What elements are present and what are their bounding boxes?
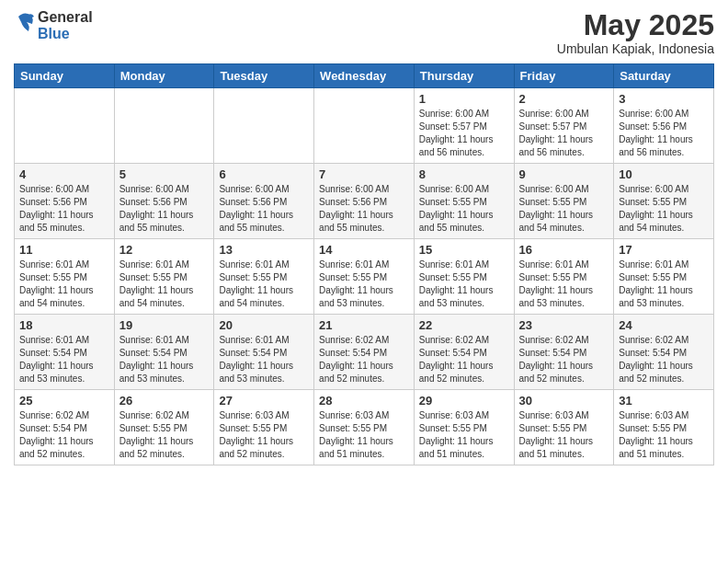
calendar-cell: 7Sunrise: 6:00 AM Sunset: 5:56 PM Daylig… xyxy=(314,164,415,239)
day-number: 2 xyxy=(519,92,609,106)
weekday-tuesday: Tuesday xyxy=(214,64,314,88)
day-number: 18 xyxy=(19,318,109,332)
page-header: General Blue May 2025 Umbulan Kapiak, In… xyxy=(14,9,714,56)
day-number: 22 xyxy=(419,318,509,332)
day-info: Sunrise: 6:00 AM Sunset: 5:57 PM Dayligh… xyxy=(419,108,509,159)
day-info: Sunrise: 6:01 AM Sunset: 5:55 PM Dayligh… xyxy=(319,259,409,310)
weekday-monday: Monday xyxy=(114,64,214,88)
day-info: Sunrise: 6:00 AM Sunset: 5:56 PM Dayligh… xyxy=(319,183,409,235)
day-info: Sunrise: 6:00 AM Sunset: 5:56 PM Dayligh… xyxy=(119,183,210,235)
day-info: Sunrise: 6:03 AM Sunset: 5:55 PM Dayligh… xyxy=(219,409,309,461)
calendar-cell: 22Sunrise: 6:02 AM Sunset: 5:54 PM Dayli… xyxy=(414,315,514,390)
calendar-cell xyxy=(314,88,415,164)
calendar-cell: 18Sunrise: 6:01 AM Sunset: 5:54 PM Dayli… xyxy=(15,315,115,390)
day-info: Sunrise: 6:00 AM Sunset: 5:55 PM Dayligh… xyxy=(419,183,509,235)
day-info: Sunrise: 6:00 AM Sunset: 5:56 PM Dayligh… xyxy=(619,108,709,159)
calendar-cell: 19Sunrise: 6:01 AM Sunset: 5:54 PM Dayli… xyxy=(114,315,214,390)
weekday-wednesday: Wednesday xyxy=(314,64,415,88)
calendar-cell: 13Sunrise: 6:01 AM Sunset: 5:55 PM Dayli… xyxy=(214,239,314,315)
calendar-cell: 9Sunrise: 6:00 AM Sunset: 5:55 PM Daylig… xyxy=(514,164,614,239)
day-number: 5 xyxy=(119,167,210,181)
week-row-5: 25Sunrise: 6:02 AM Sunset: 5:54 PM Dayli… xyxy=(15,390,714,465)
calendar-cell: 31Sunrise: 6:03 AM Sunset: 5:55 PM Dayli… xyxy=(614,390,714,465)
day-number: 9 xyxy=(519,167,609,181)
day-number: 17 xyxy=(619,243,709,257)
month-title: May 2025 xyxy=(557,9,714,41)
logo-text: General Blue xyxy=(38,9,93,41)
day-info: Sunrise: 6:01 AM Sunset: 5:55 PM Dayligh… xyxy=(619,259,709,310)
calendar-cell: 5Sunrise: 6:00 AM Sunset: 5:56 PM Daylig… xyxy=(114,164,214,239)
day-number: 14 xyxy=(319,243,409,257)
calendar-cell: 14Sunrise: 6:01 AM Sunset: 5:55 PM Dayli… xyxy=(314,239,415,315)
calendar-cell: 6Sunrise: 6:00 AM Sunset: 5:56 PM Daylig… xyxy=(214,164,314,239)
day-info: Sunrise: 6:03 AM Sunset: 5:55 PM Dayligh… xyxy=(319,409,409,461)
day-info: Sunrise: 6:03 AM Sunset: 5:55 PM Dayligh… xyxy=(419,409,509,461)
calendar-cell: 17Sunrise: 6:01 AM Sunset: 5:55 PM Dayli… xyxy=(614,239,714,315)
logo-general-text: General xyxy=(38,9,93,26)
day-number: 21 xyxy=(319,318,409,332)
day-info: Sunrise: 6:02 AM Sunset: 5:54 PM Dayligh… xyxy=(619,334,709,385)
day-info: Sunrise: 6:01 AM Sunset: 5:55 PM Dayligh… xyxy=(119,259,210,310)
day-number: 27 xyxy=(219,394,309,408)
calendar-cell: 3Sunrise: 6:00 AM Sunset: 5:56 PM Daylig… xyxy=(614,88,714,164)
weekday-header-row: SundayMondayTuesdayWednesdayThursdayFrid… xyxy=(15,64,714,88)
day-number: 20 xyxy=(219,318,309,332)
day-number: 24 xyxy=(619,318,709,332)
weekday-thursday: Thursday xyxy=(414,64,514,88)
calendar-cell: 21Sunrise: 6:02 AM Sunset: 5:54 PM Dayli… xyxy=(314,315,415,390)
day-number: 11 xyxy=(19,243,109,257)
weekday-sunday: Sunday xyxy=(15,64,115,88)
week-row-1: 1Sunrise: 6:00 AM Sunset: 5:57 PM Daylig… xyxy=(15,88,714,164)
day-number: 23 xyxy=(519,318,609,332)
calendar-cell: 23Sunrise: 6:02 AM Sunset: 5:54 PM Dayli… xyxy=(514,315,614,390)
calendar-cell: 28Sunrise: 6:03 AM Sunset: 5:55 PM Dayli… xyxy=(314,390,415,465)
day-number: 10 xyxy=(619,167,709,181)
day-info: Sunrise: 6:02 AM Sunset: 5:55 PM Dayligh… xyxy=(119,409,210,461)
week-row-2: 4Sunrise: 6:00 AM Sunset: 5:56 PM Daylig… xyxy=(15,164,714,239)
day-number: 28 xyxy=(319,394,409,408)
logo: General Blue xyxy=(14,9,93,42)
calendar-cell: 25Sunrise: 6:02 AM Sunset: 5:54 PM Dayli… xyxy=(15,390,115,465)
calendar-table: SundayMondayTuesdayWednesdayThursdayFrid… xyxy=(14,63,714,465)
day-info: Sunrise: 6:02 AM Sunset: 5:54 PM Dayligh… xyxy=(19,409,109,461)
day-info: Sunrise: 6:00 AM Sunset: 5:57 PM Dayligh… xyxy=(519,108,609,159)
day-info: Sunrise: 6:01 AM Sunset: 5:54 PM Dayligh… xyxy=(19,334,109,385)
calendar-cell: 11Sunrise: 6:01 AM Sunset: 5:55 PM Dayli… xyxy=(15,239,115,315)
title-block: May 2025 Umbulan Kapiak, Indonesia xyxy=(557,9,714,56)
location-subtitle: Umbulan Kapiak, Indonesia xyxy=(557,41,714,56)
calendar-cell: 29Sunrise: 6:03 AM Sunset: 5:55 PM Dayli… xyxy=(414,390,514,465)
day-info: Sunrise: 6:02 AM Sunset: 5:54 PM Dayligh… xyxy=(419,334,509,385)
calendar-cell: 26Sunrise: 6:02 AM Sunset: 5:55 PM Dayli… xyxy=(114,390,214,465)
day-number: 13 xyxy=(219,243,309,257)
week-row-3: 11Sunrise: 6:01 AM Sunset: 5:55 PM Dayli… xyxy=(15,239,714,315)
day-number: 4 xyxy=(19,167,109,181)
day-info: Sunrise: 6:02 AM Sunset: 5:54 PM Dayligh… xyxy=(519,334,609,385)
day-number: 19 xyxy=(119,318,210,332)
day-info: Sunrise: 6:03 AM Sunset: 5:55 PM Dayligh… xyxy=(519,409,609,461)
day-number: 30 xyxy=(519,394,609,408)
day-number: 31 xyxy=(619,394,709,408)
day-number: 1 xyxy=(419,92,509,106)
week-row-4: 18Sunrise: 6:01 AM Sunset: 5:54 PM Dayli… xyxy=(15,315,714,390)
day-info: Sunrise: 6:02 AM Sunset: 5:54 PM Dayligh… xyxy=(319,334,409,385)
calendar-cell: 30Sunrise: 6:03 AM Sunset: 5:55 PM Dayli… xyxy=(514,390,614,465)
calendar-cell xyxy=(214,88,314,164)
day-number: 7 xyxy=(319,167,409,181)
calendar-cell xyxy=(114,88,214,164)
day-number: 6 xyxy=(219,167,309,181)
calendar-cell: 16Sunrise: 6:01 AM Sunset: 5:55 PM Dayli… xyxy=(514,239,614,315)
calendar-cell: 8Sunrise: 6:00 AM Sunset: 5:55 PM Daylig… xyxy=(414,164,514,239)
calendar-cell: 10Sunrise: 6:00 AM Sunset: 5:55 PM Dayli… xyxy=(614,164,714,239)
calendar-cell: 12Sunrise: 6:01 AM Sunset: 5:55 PM Dayli… xyxy=(114,239,214,315)
day-info: Sunrise: 6:01 AM Sunset: 5:54 PM Dayligh… xyxy=(119,334,210,385)
calendar-cell: 4Sunrise: 6:00 AM Sunset: 5:56 PM Daylig… xyxy=(15,164,115,239)
day-info: Sunrise: 6:00 AM Sunset: 5:56 PM Dayligh… xyxy=(19,183,109,235)
day-number: 16 xyxy=(519,243,609,257)
day-number: 12 xyxy=(119,243,210,257)
calendar-cell: 27Sunrise: 6:03 AM Sunset: 5:55 PM Dayli… xyxy=(214,390,314,465)
calendar-cell: 15Sunrise: 6:01 AM Sunset: 5:55 PM Dayli… xyxy=(414,239,514,315)
weekday-friday: Friday xyxy=(514,64,614,88)
day-info: Sunrise: 6:00 AM Sunset: 5:55 PM Dayligh… xyxy=(519,183,609,235)
calendar-cell: 20Sunrise: 6:01 AM Sunset: 5:54 PM Dayli… xyxy=(214,315,314,390)
day-number: 26 xyxy=(119,394,210,408)
